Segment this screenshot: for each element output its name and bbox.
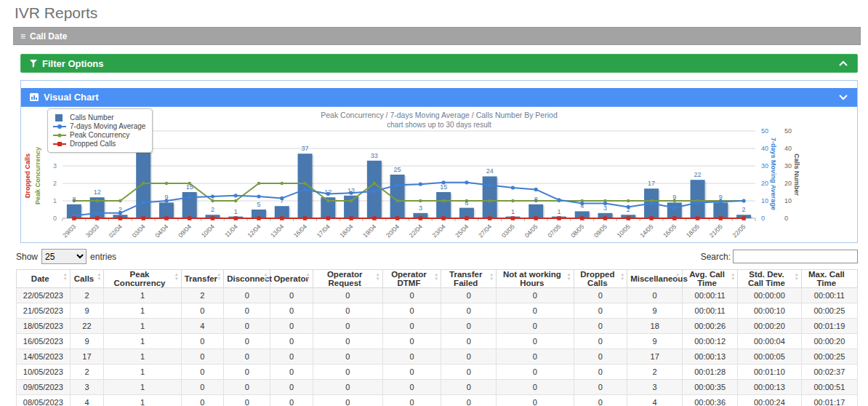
table-cell: 0	[441, 288, 497, 303]
table-cell: 1	[104, 303, 181, 319]
table-cell: 0	[181, 334, 223, 349]
visual-chart-header[interactable]: Visual Chart	[21, 88, 857, 107]
sort-icon[interactable]: ▲▼	[489, 272, 494, 281]
moving-average-point	[488, 183, 491, 187]
moving-average-line-icon	[53, 123, 66, 130]
dropped-calls-point	[672, 216, 677, 220]
legend-item-dropped-calls[interactable]: Dropped Calls	[53, 140, 145, 148]
peak-concurrency-point	[488, 199, 491, 202]
right-axis-tick: 10	[761, 197, 768, 204]
sort-icon[interactable]: ▲▼	[263, 272, 268, 281]
table-cell: 00:00:25	[801, 303, 857, 319]
call-date-panel-header[interactable]: ≡ Call Date	[13, 27, 861, 45]
table-cell: 0	[270, 395, 313, 406]
ivr-report-table: Date▲▼Calls▲▼Peak Concurrency▲▼Transfer▲…	[16, 269, 858, 406]
sort-icon[interactable]: ▲▼	[63, 272, 68, 281]
x-axis-label: 18/04	[338, 223, 354, 239]
dropped-calls-point	[303, 216, 308, 220]
ivr-reports-page: IVR Reports ≡ Call Date Filter Options V…	[0, 4, 868, 406]
filter-options-header[interactable]: Filter Options	[20, 54, 858, 73]
search-input[interactable]	[733, 250, 858, 263]
dropped-calls-point	[419, 216, 423, 220]
peak-concurrency-point	[442, 199, 445, 202]
peak-concurrency-line-icon	[53, 132, 66, 139]
sort-icon[interactable]: ▲▼	[675, 272, 680, 281]
moving-average-point	[557, 198, 560, 202]
x-axis-label: 21/05	[708, 223, 724, 239]
table-cell: 0	[441, 349, 497, 365]
x-axis-label: 03/05	[500, 223, 516, 239]
calls-number-axis-title: Calls Number	[793, 154, 800, 196]
bar-value-label: 1	[511, 208, 515, 215]
column-header-transfer-failed[interactable]: Transfer Failed▲▼	[441, 270, 497, 288]
table-cell: 0	[270, 319, 313, 334]
column-header-peak-concurrency[interactable]: Peak Concurrency▲▼	[104, 270, 181, 288]
x-axis-label: 17/04	[316, 223, 331, 239]
column-header-avg-call-time[interactable]: Avg. Call Time▲▼	[683, 270, 738, 288]
sort-icon[interactable]: ▲▼	[567, 272, 571, 281]
sort-icon[interactable]: ▲▼	[97, 272, 101, 281]
table-cell: 0	[224, 334, 270, 349]
column-header-std-dev-call-time[interactable]: Std. Dev. Call Time▲▼	[738, 270, 802, 288]
table-cell: 09/05/2023	[17, 380, 71, 395]
sort-icon[interactable]: ▲▼	[174, 272, 179, 281]
column-header-date[interactable]: Date▲▼	[17, 270, 71, 288]
x-axis-label: 10/05	[616, 223, 632, 239]
column-header-miscellaneous[interactable]: Miscellaneous▲▼	[627, 270, 683, 288]
x-axis-label: 08/05	[569, 223, 585, 239]
chevron-down-icon[interactable]	[838, 94, 848, 100]
table-cell: 17	[627, 349, 683, 365]
table-cell: 4	[627, 395, 683, 406]
sort-icon[interactable]: ▲▼	[795, 272, 799, 281]
bar-value-label: 17	[648, 180, 655, 187]
legend-item-moving-average[interactable]: 7-days Moving Average	[53, 122, 145, 130]
bar-value-label: 3	[419, 204, 422, 212]
table-row: 10/05/20232100000000200:01:2800:01:1000:…	[17, 365, 858, 380]
column-header-transfer[interactable]: Transfer▲▼	[181, 270, 223, 288]
table-cell: 0	[181, 365, 223, 380]
dropped-calls-point	[349, 216, 353, 220]
table-cell: 0	[270, 303, 313, 319]
sort-icon[interactable]: ▲▼	[434, 272, 438, 281]
table-controls: Show 25 entries Search:	[16, 249, 858, 264]
sort-icon[interactable]: ▲▼	[620, 272, 624, 281]
table-cell: 0	[224, 288, 270, 303]
column-header-calls[interactable]: Calls▲▼	[70, 270, 104, 288]
table-cell: 1	[104, 380, 181, 395]
table-cell: 0	[382, 319, 441, 334]
chart-icon	[30, 93, 39, 101]
moving-average-point	[257, 194, 260, 198]
table-cell: 0	[224, 303, 270, 319]
sort-icon[interactable]: ▲▼	[306, 272, 310, 281]
column-header-dropped-calls[interactable]: Dropped Calls▲▼	[574, 270, 627, 288]
page-size-select[interactable]: 25	[41, 249, 87, 264]
bar-value-label: 9	[164, 194, 168, 201]
right-axis-tick: 40	[761, 145, 768, 152]
right-axis-tick: 50	[761, 127, 768, 135]
table-cell: 00:00:05	[738, 349, 802, 365]
chevron-up-icon[interactable]	[838, 60, 848, 67]
x-axis-label: 04/05	[523, 223, 539, 239]
sort-icon[interactable]: ▲▼	[731, 272, 735, 281]
sort-icon[interactable]: ▲▼	[376, 272, 380, 281]
legend-item-peak-concurrency[interactable]: Peak Concurrency	[53, 131, 145, 139]
dropped-calls-point	[141, 216, 145, 220]
table-cell: 0	[497, 365, 574, 380]
legend-item-calls-number[interactable]: Calls Number	[53, 114, 145, 122]
column-header-max-call-time[interactable]: Max. Call Time	[801, 270, 857, 288]
column-header-not-at-working-hours[interactable]: Not at working Hours▲▼	[497, 270, 574, 288]
table-cell: 18	[627, 319, 683, 334]
column-header-operator-dtmf[interactable]: Operator DTMF▲▼	[382, 270, 441, 288]
table-cell: 1	[104, 395, 181, 406]
column-header-operator[interactable]: Operator▲▼	[270, 270, 313, 288]
table-cell: 4	[181, 319, 223, 334]
x-axis-label: 18/05	[685, 223, 701, 239]
moving-average-point	[211, 194, 214, 198]
table-cell: 0	[224, 349, 270, 365]
moving-average-point	[395, 183, 399, 187]
column-header-operator-request[interactable]: Operator Request▲▼	[313, 270, 382, 288]
chart-bar	[691, 180, 705, 218]
sort-icon[interactable]: ▲▼	[217, 272, 221, 281]
chart-bar	[159, 202, 174, 218]
column-header-disconnect[interactable]: Disconnect▲▼	[224, 270, 270, 288]
